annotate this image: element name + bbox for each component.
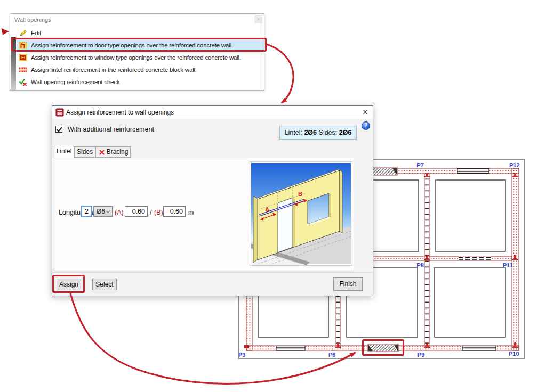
summary-lintel-label: Lintel: xyxy=(285,129,302,136)
summary-lintel-value: 2Ø6 xyxy=(304,129,317,136)
wall-openings-menu: Wall openings × Edit Assign reinforcemen… xyxy=(10,13,264,91)
length-b-input[interactable]: 0.60 xyxy=(163,206,186,217)
select-button[interactable]: Select xyxy=(92,279,117,290)
checkbox-label: With additional reinforcement xyxy=(68,126,154,133)
support-label-p12: P12 xyxy=(509,162,520,168)
assign-reinforcement-dialog: Assign reinforcement to wall openings × … xyxy=(52,105,373,296)
lintel-icon xyxy=(19,66,27,74)
checkbox-checked[interactable] xyxy=(55,126,62,133)
menu-title: Wall openings xyxy=(14,17,51,23)
red-pointer-icon xyxy=(1,28,10,36)
pencil-icon xyxy=(19,29,27,37)
support-label-p9: P9 xyxy=(417,352,424,358)
support-label-p10: P10 xyxy=(509,350,519,357)
tab-lintel[interactable]: Lintel xyxy=(54,145,74,158)
summary-sides-label: Sides: xyxy=(319,129,338,136)
unit-label: m xyxy=(188,209,194,216)
window-opening-icon xyxy=(19,53,27,62)
footer-divider xyxy=(52,272,373,273)
menu-item-lintel-reinforcement[interactable]: Assign lintel reinforcement in the reinf… xyxy=(17,64,264,76)
length-a-input[interactable]: 0.60 xyxy=(125,206,148,217)
tab-bracing[interactable]: Bracing xyxy=(95,146,131,158)
wall-illustration: A B xyxy=(250,161,352,266)
lintel-tab-panel: Longitudinal: 2 Ø6 (A) 0.60 / (B) 0.60 m xyxy=(54,158,354,271)
b-label: (B) xyxy=(154,209,163,216)
menu-item-reinforcement-check[interactable]: Wall opening reinforcement check xyxy=(17,76,264,88)
support-label-p7: P7 xyxy=(417,162,424,168)
separator-label: / xyxy=(150,209,151,216)
tab-sides[interactable]: Sides xyxy=(74,146,95,158)
dialog-title: Assign reinforcement to wall openings xyxy=(66,106,174,119)
screenshot-stage: P7 P12 P8 P11 P3 P6 P9 P10 Wall openings… xyxy=(0,0,546,392)
finish-button[interactable]: Finish xyxy=(333,277,363,291)
bar-diameter-dropdown[interactable]: Ø6 xyxy=(93,206,113,217)
chevron-down-icon xyxy=(106,209,110,213)
support-label-p3: P3 xyxy=(238,352,245,358)
a-label: (A) xyxy=(115,209,124,216)
reinforcement-summary-box: Lintel: 2Ø6 Sides: 2Ø6 xyxy=(279,126,357,140)
bar-count-input[interactable]: 2 xyxy=(81,206,92,217)
highlight-box-door-opening xyxy=(362,339,404,356)
highlight-box-menu-item xyxy=(11,38,267,52)
menu-close-icon[interactable]: × xyxy=(254,15,262,23)
summary-sides-value: 2Ø6 xyxy=(339,129,352,136)
menu-item-window-reinforcement[interactable]: Assign reinforcement to window type open… xyxy=(17,52,264,64)
red-x-icon xyxy=(99,150,105,155)
check-x-icon xyxy=(19,78,27,86)
dialog-titlebar[interactable]: Assign reinforcement to wall openings × xyxy=(52,106,373,119)
support-label-p11: P11 xyxy=(503,262,513,268)
dialog-app-icon xyxy=(55,108,64,117)
help-icon[interactable]: ? xyxy=(362,121,370,130)
dialog-close-icon[interactable]: × xyxy=(360,107,370,118)
support-label-p6: P6 xyxy=(328,352,335,358)
arrow-menu-to-dialog xyxy=(267,44,293,103)
dashed-lintel-symbol xyxy=(459,257,491,261)
dim-a-label: A xyxy=(265,206,269,213)
dim-b-label: B xyxy=(298,191,302,197)
support-label-p8: P8 xyxy=(417,262,424,268)
highlight-box-assign-button xyxy=(52,275,85,293)
